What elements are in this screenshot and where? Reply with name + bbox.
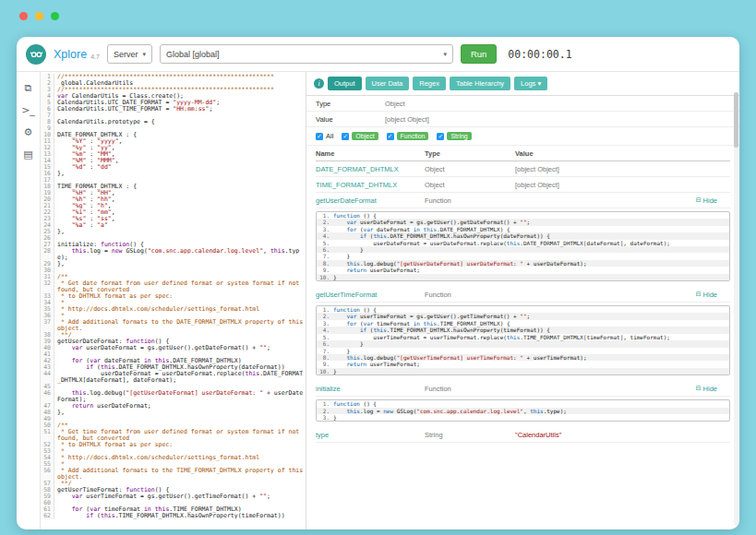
- function-source-block: 1.function () {2. var userTimeFormat = g…: [316, 305, 730, 375]
- hide-source-link[interactable]: ⊟Hide: [696, 291, 730, 299]
- summary-label: Value: [316, 115, 385, 124]
- editor-line[interactable]: 62 if (this.TIME_FORMAT_DHTMLX.hasOwnPro…: [41, 513, 306, 519]
- function-source-block: 1.function () {2. var userDateFormat = g…: [316, 211, 730, 281]
- result-value: [object Object]: [515, 165, 559, 173]
- editor-line[interactable]: 37 * Add additional formats to the DATE_…: [41, 319, 306, 332]
- source-line-number: 10.: [317, 368, 333, 374]
- checkbox-checked-icon[interactable]: ✓: [437, 133, 444, 140]
- source-line-number: 6.: [317, 246, 333, 253]
- editor-line[interactable]: 51 * Get time format from user defined f…: [41, 429, 306, 442]
- editor-line[interactable]: 56 * Add additional formats to the TIME_…: [41, 468, 306, 481]
- filter-label: Function: [397, 132, 429, 140]
- line-number: 46: [41, 390, 54, 403]
- editor-line[interactable]: 49: [41, 416, 306, 422]
- source-line-number: 2.: [317, 313, 333, 319]
- filter-object[interactable]: ✓Object: [342, 132, 378, 140]
- docs-book-icon[interactable]: ▤: [23, 149, 32, 160]
- tab-table-hierarchy[interactable]: Table Hierarchy: [450, 77, 510, 90]
- editor-line[interactable]: 15 "%d" : "dd": [41, 164, 306, 171]
- result-name-link[interactable]: getUserTimeFormat: [316, 291, 377, 299]
- column-header-type: Type: [425, 149, 515, 158]
- checkbox-checked-icon[interactable]: ✓: [342, 133, 349, 140]
- result-name-link[interactable]: getUserDateFormat: [316, 196, 377, 205]
- source-line-number: 8.: [317, 260, 333, 267]
- editor-line[interactable]: 30: [41, 268, 306, 274]
- checkbox-checked-icon[interactable]: ✓: [316, 133, 323, 140]
- results-table-header: Name Type Value: [316, 146, 730, 161]
- code-editor[interactable]: 1//*************************************…: [41, 72, 306, 529]
- editor-line[interactable]: 24 "%a" : "a": [41, 222, 306, 229]
- app-version: 4.7: [90, 54, 100, 60]
- maximize-window-button[interactable]: [51, 12, 59, 20]
- xplore-window: Xplore 4.7 Server ▾ Global [global] ▾ Ru…: [17, 37, 739, 529]
- minimize-window-button[interactable]: [35, 12, 43, 20]
- result-name-link[interactable]: initialize: [316, 385, 341, 393]
- result-row: DATE_FORMAT_DHTMLXObject[object Object]: [316, 161, 730, 177]
- line-number: 32: [41, 280, 54, 293]
- xplore-logo-glasses-icon: [26, 44, 46, 65]
- source-line-number: 7.: [317, 253, 333, 259]
- editor-line[interactable]: 32 * Get date format from user defined f…: [41, 280, 306, 293]
- open-new-window-icon[interactable]: ⧉: [25, 83, 32, 93]
- editor-line[interactable]: 35 * http://docs.dhtmlx.com/scheduler/se…: [41, 306, 306, 313]
- info-icon[interactable]: i: [314, 78, 324, 89]
- filter-string[interactable]: ✓String: [437, 132, 471, 140]
- result-row: getUserTimeFormatFunction⊟Hide: [316, 287, 730, 303]
- editor-line[interactable]: 47 return userDateFormat;: [41, 403, 306, 410]
- source-line-number: 2.: [317, 408, 333, 414]
- settings-gear-icon[interactable]: ⚙: [24, 127, 33, 137]
- source-line-number: 1.: [317, 306, 333, 313]
- filter-all[interactable]: ✓All: [316, 132, 333, 140]
- close-window-button[interactable]: [19, 12, 28, 20]
- collapse-icon: ⊟: [696, 196, 702, 204]
- source-line-number: 8.: [317, 354, 333, 361]
- editor-lines: 1//*************************************…: [41, 74, 306, 519]
- source-line-number: 9.: [317, 361, 333, 367]
- editor-line[interactable]: 54 * http://docs.dhtmlx.com/scheduler/se…: [41, 455, 306, 461]
- type-filters: ✓All✓Object✓Function✓String: [306, 127, 739, 146]
- run-button[interactable]: Run: [461, 44, 497, 64]
- window-controls: [19, 12, 59, 20]
- tab-output[interactable]: Output: [328, 77, 362, 90]
- checkbox-checked-icon[interactable]: ✓: [387, 133, 394, 140]
- scope-select[interactable]: Global [global] ▾: [160, 44, 453, 64]
- filter-label: String: [447, 132, 471, 140]
- editor-line[interactable]: 59 var userTimeFormat = gs.getUser().get…: [41, 493, 306, 500]
- source-line-number: 6.: [317, 340, 333, 347]
- editor-line[interactable]: 46 this.log.debug("[getUserDateFormat] u…: [41, 390, 306, 403]
- editor-line[interactable]: 28 this.log = new GSLog("com.snc.app.cal…: [41, 248, 306, 261]
- line-number: 37: [41, 319, 54, 332]
- result-type: String: [425, 431, 443, 439]
- app-title: Xplore: [54, 48, 87, 61]
- result-name-link[interactable]: DATE_FORMAT_DHTMLX: [316, 165, 399, 173]
- column-header-value: Value: [515, 149, 730, 158]
- result-value: [object Object]: [515, 181, 559, 189]
- results-scrollbar[interactable]: [734, 92, 738, 526]
- editor-line[interactable]: 16},: [41, 171, 306, 177]
- result-name-link[interactable]: TIME_FORMAT_DHTMLX: [316, 181, 397, 189]
- console-icon[interactable]: >_: [21, 105, 35, 115]
- editor-line[interactable]: 40 var userDateFormat = gs.getUser().get…: [41, 345, 306, 351]
- editor-line[interactable]: 44 userDateFormat = userDateFormat.repla…: [41, 371, 306, 384]
- scrollbar-thumb[interactable]: [734, 92, 738, 148]
- editor-line[interactable]: 33 * to DHTMLX format as per spec:: [41, 293, 306, 300]
- hide-source-link[interactable]: ⊟Hide: [696, 385, 730, 393]
- tab-regex[interactable]: Regex: [413, 77, 446, 90]
- editor-line[interactable]: 6CalendarUtils.UTC_TIME_FORMAT = "HH:mm:…: [41, 106, 306, 113]
- editor-line[interactable]: 8CalendarUtils.prototype = {: [41, 119, 306, 125]
- collapse-icon: ⊟: [696, 291, 702, 298]
- tab-logs[interactable]: Logs ▾: [514, 77, 547, 90]
- line-number: 44: [41, 371, 54, 384]
- editor-line[interactable]: 48},: [41, 410, 306, 416]
- result-type: Object: [425, 165, 445, 173]
- editor-line[interactable]: 52 * to DHTMLX format as per spec:: [41, 442, 306, 448]
- hide-source-link[interactable]: ⊟Hide: [696, 196, 730, 205]
- filter-function[interactable]: ✓Function: [387, 132, 429, 140]
- editor-line[interactable]: 25},: [41, 229, 306, 235]
- source-line-number: 3.: [317, 414, 333, 421]
- result-name-link[interactable]: type: [316, 431, 329, 439]
- editor-line[interactable]: 29},: [41, 261, 306, 268]
- column-header-name: Name: [316, 149, 425, 158]
- server-select[interactable]: Server ▾: [107, 44, 152, 64]
- tab-user-data[interactable]: User Data: [366, 77, 410, 90]
